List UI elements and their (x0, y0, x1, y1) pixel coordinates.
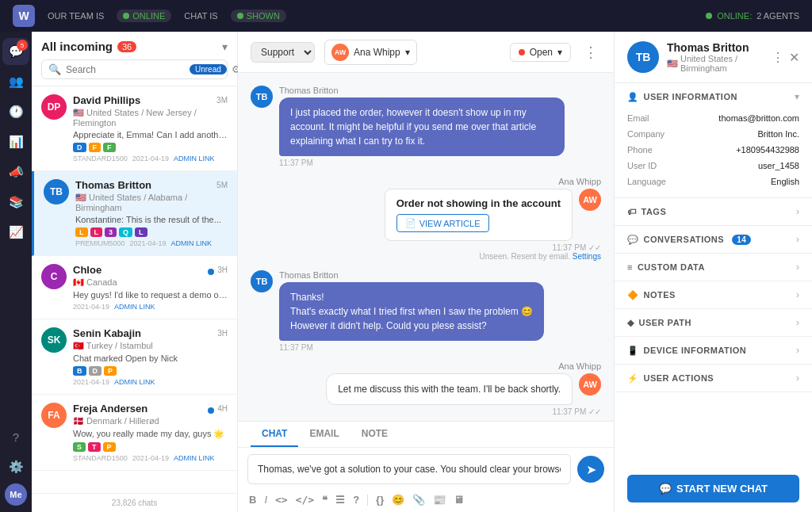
admin-link[interactable]: ADMIN LINK (114, 303, 155, 311)
agents-online-dot (706, 13, 712, 19)
list-item[interactable]: FA Freja Andersen 4H 🇩🇰 Denmark / Hiller… (32, 395, 237, 471)
braces-button[interactable]: {} (376, 494, 384, 506)
status-selector[interactable]: Open ▾ (510, 43, 571, 62)
company-label: Company (627, 129, 683, 139)
sidebar-item-help[interactable]: ? (2, 423, 29, 450)
conv-item-content: Thomas Britton 5M 🇺🇸 United States / Ala… (75, 179, 228, 247)
email-label: Email (627, 113, 683, 123)
date-label: 2021-04-19 (132, 454, 169, 462)
conv-tags: D F F (73, 143, 228, 152)
conv-item-top-row: David Phillips 3M (73, 94, 228, 106)
list-item[interactable]: DP David Phillips 3M 🇺🇸 United States / … (32, 86, 237, 171)
sidebar-item-conversations[interactable]: 💬 5 (2, 38, 29, 65)
start-new-chat-button[interactable]: 💬 START NEW CHAT (627, 475, 799, 502)
code-button[interactable]: <> (275, 494, 288, 506)
emoji-button[interactable]: 😊 (392, 494, 404, 506)
user-path-header[interactable]: ◆ USER PATH › (615, 309, 812, 336)
info-row-email: Email thomas@britton.com (627, 110, 799, 126)
user-location: 🇺🇸 United States / Birmingham (667, 54, 764, 73)
list-button[interactable]: ☰ (335, 494, 345, 506)
tag-chip: S (73, 442, 86, 452)
help-icon: ? (13, 430, 19, 444)
conversations-header[interactable]: 💬 CONVERSATIONS 14 › (615, 226, 812, 253)
chat-main: Support AW Ana Whipp ▾ Open ▾ ⋮ TB Thoma… (238, 32, 614, 512)
tag-chip: Q (119, 227, 132, 237)
notes-title: 🔶 NOTES (627, 290, 676, 300)
view-article-button[interactable]: 📄 VIEW ARTICLE (396, 214, 489, 232)
admin-link[interactable]: ADMIN LINK (174, 155, 215, 162)
user-avatar[interactable]: Me (5, 483, 27, 506)
quote-button[interactable]: ❝ (322, 494, 327, 506)
tags-header[interactable]: 🏷 TAGS › (615, 198, 812, 225)
conv-tags: S T P (73, 442, 228, 452)
message-input[interactable] (247, 454, 571, 484)
time-unread-row: 3H (208, 266, 228, 275)
attachment-button[interactable]: 📎 (412, 494, 425, 506)
send-button[interactable]: ➤ (577, 456, 604, 483)
contact-location: 🇨🇦 Canada (73, 277, 228, 288)
user-actions-header[interactable]: ⚡ USER ACTIONS › (615, 365, 812, 392)
sidebar-item-reports[interactable]: 📊 (2, 128, 29, 155)
tab-email[interactable]: EMAIL (298, 422, 350, 447)
screen-button[interactable]: 🖥 (454, 494, 464, 506)
sidebar-item-recent[interactable]: 🕐 (2, 98, 29, 125)
inbox-selector[interactable]: Support (251, 42, 315, 63)
list-item[interactable]: SK Senin Kabajin 3H 🇹🇷 Turkey / Istambul… (32, 319, 237, 395)
user-panel-info: Thomas Britton 🇺🇸 United States / Birmin… (667, 41, 764, 73)
unread-filter-badge[interactable]: Unread (190, 64, 227, 75)
search-icon: 🔍 (48, 63, 61, 75)
conv-time: 5M (216, 181, 228, 189)
tab-chat[interactable]: CHAT (251, 422, 298, 447)
conv-list-heading: All incoming (41, 40, 113, 53)
section-title-text: USER INFORMATION (644, 92, 737, 101)
user-info-header[interactable]: 👤 USER INFORMATION ▾ (615, 83, 812, 110)
help-format-button[interactable]: ? (353, 494, 359, 506)
custom-data-header[interactable]: ≡ CUSTOM DATA › (615, 254, 812, 281)
code-block-button[interactable]: </> (296, 494, 314, 506)
list-item[interactable]: C Chloe 3H 🇨🇦 Canada Hey guys! I'd like … (32, 256, 237, 319)
panel-actions: ⋮ ✕ (772, 50, 799, 65)
message-content: Thomas Britton I just placed the order, … (279, 86, 565, 167)
device-info-expand-icon: › (796, 345, 799, 356)
device-info-header[interactable]: 📱 DEVICE INFORMATION › (615, 337, 812, 364)
conv-item-top-row: Chloe 3H (73, 264, 228, 276)
tags-title-text: TAGS (642, 207, 667, 216)
conv-meta: STANDARD1500 2021-04-19 ADMIN LINK (73, 454, 228, 462)
user-avatar-msg: TB (251, 86, 273, 108)
more-options-button[interactable]: ⋮ (772, 50, 784, 65)
agent-avatar-small: AW (331, 44, 349, 61)
admin-link[interactable]: ADMIN LINK (114, 378, 155, 386)
contact-location: 🇹🇷 Turkey / Istambul (73, 341, 228, 351)
search-input[interactable] (66, 64, 185, 75)
kebab-menu-button[interactable]: ⋮ (580, 40, 601, 64)
articles-button[interactable]: 📰 (433, 494, 446, 506)
list-item[interactable]: TB Thomas Britton 5M 🇺🇸 United States / … (32, 171, 237, 256)
close-panel-button[interactable]: ✕ (789, 50, 799, 65)
conversations-count-badge: 14 (732, 235, 751, 245)
notes-header[interactable]: 🔶 NOTES › (615, 281, 812, 308)
user-avatar-large: TB (627, 41, 659, 73)
sidebar-item-knowledge[interactable]: 📚 (2, 189, 29, 216)
conversations-section-icon: 💬 (627, 235, 639, 245)
admin-link[interactable]: ADMIN LINK (171, 239, 213, 247)
italic-button[interactable]: I (264, 494, 267, 506)
sidebar-item-campaigns[interactable]: 📣 (2, 159, 29, 185)
message-bubble-user: I just placed the order, however it does… (279, 97, 565, 156)
reports-icon: 📊 (9, 135, 24, 149)
admin-link[interactable]: ADMIN LINK (174, 454, 215, 462)
tab-note[interactable]: NOTE (350, 422, 399, 447)
agent-selector[interactable]: AW Ana Whipp ▾ (324, 40, 417, 65)
bold-button[interactable]: B (249, 494, 256, 506)
sidebar-item-activity[interactable]: 📈 (2, 219, 29, 246)
article-card: Order not showing in the account 📄 VIEW … (385, 189, 573, 241)
settings-link[interactable]: Settings (573, 252, 601, 261)
clock-icon: 🕐 (9, 105, 24, 119)
user-info-title: 👤 USER INFORMATION (627, 92, 737, 102)
conv-meta: 2021-04-19 ADMIN LINK (73, 303, 228, 311)
sidebar-item-settings[interactable]: ⚙️ (2, 453, 29, 480)
agent-avatar-msg: AW (579, 373, 601, 395)
avatar: C (41, 264, 67, 289)
tag-chip: 3 (105, 227, 117, 237)
sidebar-item-contacts[interactable]: 👥 (2, 68, 29, 95)
dropdown-arrow-icon[interactable]: ▾ (222, 40, 228, 53)
